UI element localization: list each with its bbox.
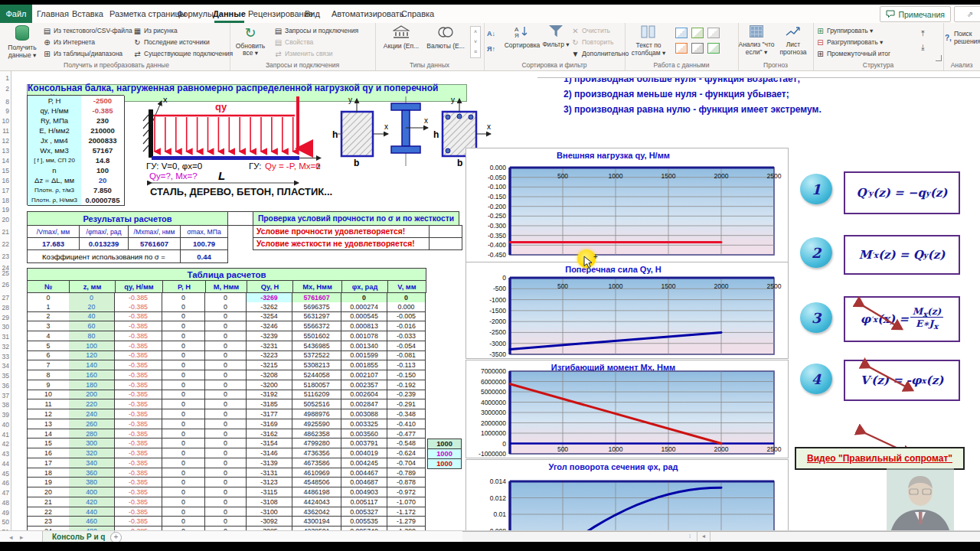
cell[interactable]: -3154 (247, 439, 292, 448)
cell[interactable]: 5761607 (292, 292, 341, 303)
param-label[interactable]: Jx , мм4 (28, 135, 82, 146)
cell[interactable]: -3139 (247, 458, 292, 468)
cell[interactable]: 0 (162, 419, 205, 429)
param-label[interactable]: E, Н/мм2 (28, 126, 82, 136)
row-number[interactable]: 41 (2, 431, 9, 439)
row-number[interactable]: 44 (2, 460, 9, 468)
cell[interactable]: 9 (27, 380, 70, 390)
param-value[interactable]: -2500 (81, 96, 125, 106)
cell[interactable]: 0.004687 (341, 478, 387, 487)
row-number[interactable]: 17 (2, 187, 9, 194)
cell[interactable]: -0.385 (115, 478, 162, 487)
row-number[interactable]: 43 (2, 450, 9, 458)
param-label[interactable]: Р, Н (28, 96, 82, 106)
cell[interactable]: -0.704 (387, 458, 426, 468)
cell[interactable]: 120 (69, 351, 115, 361)
cell[interactable]: -0.385 (115, 448, 162, 458)
video-link[interactable]: Видео "Правильный сопромат" (795, 447, 965, 470)
cell[interactable]: 0 (162, 429, 205, 439)
cell[interactable]: -3162 (247, 429, 292, 439)
cell[interactable]: 380 (69, 478, 115, 487)
param-value[interactable]: 0.0000785 (81, 195, 125, 206)
row-number[interactable]: 14 (2, 157, 9, 165)
row-number[interactable]: 40 (2, 421, 9, 429)
ribbon-item-group[interactable]: ⊞Группировать ▾ (816, 25, 873, 36)
cell[interactable]: -3246 (247, 321, 292, 331)
cell[interactable]: 4925590 (292, 419, 341, 429)
cell[interactable]: -0.385 (115, 458, 162, 468)
cell[interactable]: 40 (69, 312, 115, 322)
cell[interactable]: -0.385 (115, 487, 162, 497)
cell[interactable]: 5696375 (292, 302, 341, 312)
chart-1[interactable]: Внешняя нагрузка qy, Н/мм0.000-0.050-0.1… (466, 148, 789, 262)
cell[interactable]: -0.385 (115, 399, 162, 409)
cell[interactable]: 23 (27, 517, 70, 527)
cell[interactable]: 0.003325 (341, 419, 387, 429)
cell[interactable]: 0 (162, 507, 205, 517)
cell[interactable]: 0.001599 (341, 351, 387, 361)
scroll-left-arrow[interactable]: ◂ (697, 532, 710, 541)
cell[interactable]: -0.016 (387, 321, 426, 331)
ribbon-button-forecast-sheet[interactable]: Лист прогноза (775, 24, 812, 56)
row-number[interactable]: 31 (2, 333, 9, 341)
cell[interactable]: 3 (27, 321, 70, 331)
beam-diagram[interactable]: xqyzГУ: V=0, φx=0Qy=?, Mx=?ГУ:Qy = -P, M… (142, 93, 494, 192)
cell[interactable]: 4424043 (292, 497, 341, 507)
cell[interactable]: 0.004019 (341, 448, 387, 458)
param-value[interactable]: 2000833 (81, 135, 125, 146)
ribbon-button-filter[interactable]: Фильтр ▾ (542, 24, 570, 49)
cell[interactable]: -3146 (247, 448, 292, 458)
cell[interactable]: 0 (205, 497, 247, 507)
cell[interactable]: 5180057 (292, 380, 341, 390)
cell[interactable]: 0.002357 (341, 380, 387, 390)
row-number[interactable]: 33 (2, 353, 9, 360)
cell[interactable]: 22 (27, 507, 70, 517)
cell[interactable]: -0.385 (115, 302, 162, 312)
cell[interactable]: 0.005535 (341, 517, 387, 527)
results-header[interactable]: σmax, МПа (180, 225, 228, 238)
cell[interactable]: 4988976 (292, 409, 341, 419)
ribbon-item-subtotal[interactable]: ⊞Промежуточный итог (816, 48, 890, 59)
tab-3[interactable]: Разметка страницы (109, 5, 186, 23)
row-number[interactable]: 25 (2, 269, 9, 277)
row-number[interactable]: 46 (2, 479, 9, 487)
cell[interactable]: 0 (162, 468, 205, 478)
sheet-nav-right-icon[interactable]: ▸ (20, 533, 24, 541)
cell[interactable]: -1.070 (387, 497, 426, 507)
row-number[interactable]: 45 (2, 470, 9, 478)
dialog-launcher-icon[interactable] (936, 55, 942, 61)
cell[interactable]: 5631297 (292, 312, 341, 322)
param-label[interactable]: Плотн. ρ, Н/мм3 (28, 195, 82, 206)
param-value[interactable]: 14.8 (81, 155, 125, 166)
cell[interactable]: 0 (27, 292, 70, 303)
param-label[interactable]: Ry, МПа (28, 116, 82, 126)
cell[interactable]: 0.000545 (341, 312, 387, 322)
cell[interactable]: -0.789 (387, 468, 426, 478)
row-number[interactable]: 19 (2, 206, 9, 214)
results-header[interactable]: /Mxmax/, нмм (128, 225, 181, 238)
cell[interactable]: 220 (69, 399, 115, 409)
cell[interactable]: 180 (69, 380, 115, 390)
row-number[interactable]: 39 (2, 411, 9, 419)
cell[interactable]: 19 (27, 478, 70, 487)
cell[interactable]: 60 (69, 321, 115, 331)
cell[interactable]: -0.385 (115, 312, 162, 322)
row-number[interactable]: 1 (5, 74, 9, 82)
cell[interactable]: -0.548 (387, 439, 426, 448)
cell[interactable]: -3092 (247, 517, 292, 527)
cell[interactable]: 0.004903 (341, 487, 387, 497)
row-number[interactable]: 35 (2, 372, 9, 380)
cell[interactable]: 0 (205, 370, 247, 380)
data-tool-icon-3[interactable] (707, 28, 720, 38)
highlight-cell[interactable]: 1000 (427, 458, 462, 469)
results-header[interactable]: /φmax/, рад (79, 225, 129, 238)
tab-2[interactable]: Вставка (72, 5, 103, 23)
cell[interactable]: -3215 (247, 360, 292, 370)
cell[interactable]: 0 (205, 321, 247, 331)
coef-label[interactable]: Коэффициент использования по σ = (27, 249, 181, 263)
cell[interactable]: 4862358 (292, 429, 341, 439)
tab-6[interactable]: Рецензирование (248, 5, 313, 23)
cell[interactable]: -3177 (247, 409, 292, 419)
row-number[interactable]: 48 (2, 499, 9, 507)
cell[interactable]: 5436985 (292, 341, 341, 351)
